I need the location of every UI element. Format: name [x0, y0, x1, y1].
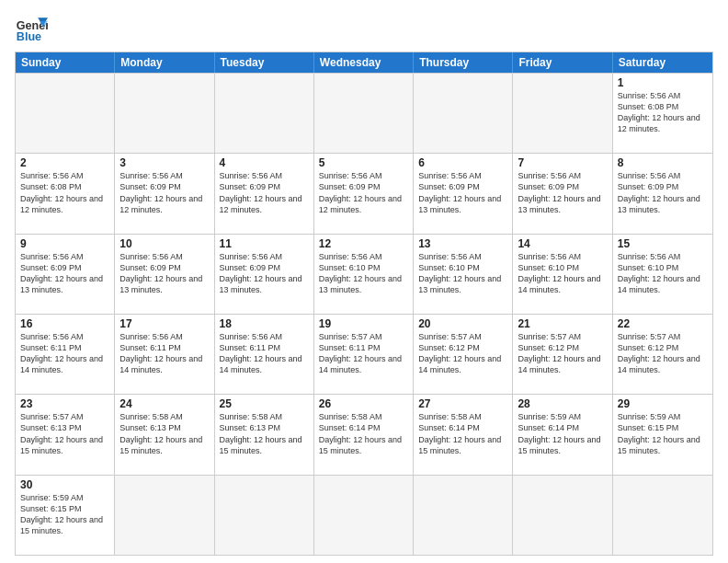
calendar-row-1: 2Sunrise: 5:56 AM Sunset: 6:08 PM Daylig… — [16, 153, 712, 233]
calendar-cell-r3c2: 18Sunrise: 5:56 AM Sunset: 6:11 PM Dayli… — [215, 315, 314, 394]
logo: General Blue — [15, 11, 48, 44]
cell-info: Sunrise: 5:58 AM Sunset: 6:14 PM Dayligh… — [418, 411, 507, 456]
day-number: 8 — [618, 156, 708, 169]
day-number: 7 — [518, 156, 607, 169]
calendar-cell-r4c0: 23Sunrise: 5:57 AM Sunset: 6:13 PM Dayli… — [16, 395, 115, 474]
weekday-header-thursday: Thursday — [414, 52, 513, 73]
calendar-cell-r5c1 — [115, 476, 214, 555]
calendar-cell-r2c2: 11Sunrise: 5:56 AM Sunset: 6:09 PM Dayli… — [215, 235, 314, 314]
calendar-cell-r1c6: 8Sunrise: 5:56 AM Sunset: 6:09 PM Daylig… — [613, 154, 712, 233]
cell-info: Sunrise: 5:56 AM Sunset: 6:09 PM Dayligh… — [220, 251, 309, 296]
calendar-cell-r4c5: 28Sunrise: 5:59 AM Sunset: 6:14 PM Dayli… — [513, 395, 612, 474]
day-number: 28 — [518, 397, 607, 410]
calendar-cell-r4c3: 26Sunrise: 5:58 AM Sunset: 6:14 PM Dayli… — [314, 395, 414, 474]
calendar-cell-r4c6: 29Sunrise: 5:59 AM Sunset: 6:15 PM Dayli… — [613, 395, 712, 474]
calendar-cell-r4c4: 27Sunrise: 5:58 AM Sunset: 6:14 PM Dayli… — [414, 395, 513, 474]
calendar-cell-r2c4: 13Sunrise: 5:56 AM Sunset: 6:10 PM Dayli… — [414, 235, 513, 314]
cell-info: Sunrise: 5:56 AM Sunset: 6:08 PM Dayligh… — [618, 90, 708, 135]
svg-text:Blue: Blue — [17, 30, 41, 43]
cell-info: Sunrise: 5:56 AM Sunset: 6:09 PM Dayligh… — [220, 170, 309, 215]
calendar-cell-r5c5 — [513, 476, 612, 555]
day-number: 23 — [20, 397, 109, 410]
cell-info: Sunrise: 5:56 AM Sunset: 6:09 PM Dayligh… — [418, 170, 507, 215]
calendar: SundayMondayTuesdayWednesdayThursdayFrid… — [15, 52, 713, 556]
calendar-cell-r2c0: 9Sunrise: 5:56 AM Sunset: 6:09 PM Daylig… — [16, 235, 115, 314]
cell-info: Sunrise: 5:57 AM Sunset: 6:11 PM Dayligh… — [319, 331, 408, 376]
calendar-cell-r3c5: 21Sunrise: 5:57 AM Sunset: 6:12 PM Dayli… — [513, 315, 612, 394]
day-number: 15 — [618, 237, 708, 250]
day-number: 30 — [20, 478, 109, 491]
calendar-cell-r1c3: 5Sunrise: 5:56 AM Sunset: 6:09 PM Daylig… — [314, 154, 414, 233]
calendar-cell-r2c5: 14Sunrise: 5:56 AM Sunset: 6:10 PM Dayli… — [513, 235, 612, 314]
day-number: 20 — [418, 317, 507, 330]
day-number: 16 — [20, 317, 109, 330]
page: General Blue SundayMondayTuesdayWednesda… — [0, 0, 728, 563]
calendar-cell-r5c3 — [314, 476, 414, 555]
day-number: 24 — [119, 397, 209, 410]
cell-info: Sunrise: 5:56 AM Sunset: 6:10 PM Dayligh… — [319, 251, 408, 296]
calendar-cell-r1c1: 3Sunrise: 5:56 AM Sunset: 6:09 PM Daylig… — [115, 154, 214, 233]
cell-info: Sunrise: 5:57 AM Sunset: 6:12 PM Dayligh… — [518, 331, 607, 376]
calendar-cell-r1c2: 4Sunrise: 5:56 AM Sunset: 6:09 PM Daylig… — [215, 154, 314, 233]
day-number: 26 — [319, 397, 408, 410]
calendar-cell-r5c2 — [215, 476, 314, 555]
calendar-cell-r0c0 — [16, 74, 115, 153]
calendar-header: SundayMondayTuesdayWednesdayThursdayFrid… — [16, 52, 712, 73]
weekday-header-tuesday: Tuesday — [215, 52, 314, 73]
calendar-cell-r4c1: 24Sunrise: 5:58 AM Sunset: 6:13 PM Dayli… — [115, 395, 214, 474]
day-number: 5 — [319, 156, 408, 169]
cell-info: Sunrise: 5:56 AM Sunset: 6:09 PM Dayligh… — [618, 170, 708, 215]
calendar-cell-r2c1: 10Sunrise: 5:56 AM Sunset: 6:09 PM Dayli… — [115, 235, 214, 314]
day-number: 4 — [220, 156, 309, 169]
calendar-cell-r0c4 — [414, 74, 513, 153]
cell-info: Sunrise: 5:58 AM Sunset: 6:13 PM Dayligh… — [119, 411, 209, 456]
cell-info: Sunrise: 5:56 AM Sunset: 6:09 PM Dayligh… — [518, 170, 607, 215]
calendar-cell-r3c4: 20Sunrise: 5:57 AM Sunset: 6:12 PM Dayli… — [414, 315, 513, 394]
weekday-header-wednesday: Wednesday — [314, 52, 414, 73]
calendar-body: 1Sunrise: 5:56 AM Sunset: 6:08 PM Daylig… — [16, 73, 712, 555]
cell-info: Sunrise: 5:56 AM Sunset: 6:09 PM Dayligh… — [319, 170, 408, 215]
day-number: 25 — [220, 397, 309, 410]
calendar-cell-r3c1: 17Sunrise: 5:56 AM Sunset: 6:11 PM Dayli… — [115, 315, 214, 394]
day-number: 11 — [220, 237, 309, 250]
calendar-cell-r1c5: 7Sunrise: 5:56 AM Sunset: 6:09 PM Daylig… — [513, 154, 612, 233]
cell-info: Sunrise: 5:56 AM Sunset: 6:11 PM Dayligh… — [220, 331, 309, 376]
day-number: 9 — [20, 237, 109, 250]
cell-info: Sunrise: 5:56 AM Sunset: 6:08 PM Dayligh… — [20, 170, 109, 215]
calendar-cell-r0c5 — [513, 74, 612, 153]
header: General Blue — [15, 11, 713, 44]
day-number: 14 — [518, 237, 607, 250]
calendar-row-3: 16Sunrise: 5:56 AM Sunset: 6:11 PM Dayli… — [16, 314, 712, 394]
day-number: 29 — [618, 397, 708, 410]
calendar-cell-r0c2 — [215, 74, 314, 153]
cell-info: Sunrise: 5:56 AM Sunset: 6:09 PM Dayligh… — [119, 251, 209, 296]
calendar-row-0: 1Sunrise: 5:56 AM Sunset: 6:08 PM Daylig… — [16, 73, 712, 153]
calendar-cell-r0c1 — [115, 74, 214, 153]
calendar-cell-r3c3: 19Sunrise: 5:57 AM Sunset: 6:11 PM Dayli… — [314, 315, 414, 394]
cell-info: Sunrise: 5:59 AM Sunset: 6:15 PM Dayligh… — [20, 492, 109, 537]
calendar-row-2: 9Sunrise: 5:56 AM Sunset: 6:09 PM Daylig… — [16, 234, 712, 314]
calendar-cell-r4c2: 25Sunrise: 5:58 AM Sunset: 6:13 PM Dayli… — [215, 395, 314, 474]
cell-info: Sunrise: 5:59 AM Sunset: 6:15 PM Dayligh… — [618, 411, 708, 456]
weekday-header-sunday: Sunday — [16, 52, 115, 73]
calendar-row-4: 23Sunrise: 5:57 AM Sunset: 6:13 PM Dayli… — [16, 394, 712, 474]
day-number: 27 — [418, 397, 507, 410]
cell-info: Sunrise: 5:57 AM Sunset: 6:12 PM Dayligh… — [418, 331, 507, 376]
cell-info: Sunrise: 5:58 AM Sunset: 6:14 PM Dayligh… — [319, 411, 408, 456]
cell-info: Sunrise: 5:56 AM Sunset: 6:11 PM Dayligh… — [20, 331, 109, 376]
cell-info: Sunrise: 5:56 AM Sunset: 6:09 PM Dayligh… — [20, 251, 109, 296]
calendar-row-5: 30Sunrise: 5:59 AM Sunset: 6:15 PM Dayli… — [16, 475, 712, 555]
cell-info: Sunrise: 5:59 AM Sunset: 6:14 PM Dayligh… — [518, 411, 607, 456]
cell-info: Sunrise: 5:56 AM Sunset: 6:09 PM Dayligh… — [119, 170, 209, 215]
day-number: 18 — [220, 317, 309, 330]
weekday-header-saturday: Saturday — [613, 52, 712, 73]
cell-info: Sunrise: 5:57 AM Sunset: 6:12 PM Dayligh… — [618, 331, 708, 376]
cell-info: Sunrise: 5:56 AM Sunset: 6:10 PM Dayligh… — [618, 251, 708, 296]
cell-info: Sunrise: 5:56 AM Sunset: 6:10 PM Dayligh… — [518, 251, 607, 296]
calendar-cell-r5c6 — [613, 476, 712, 555]
day-number: 22 — [618, 317, 708, 330]
calendar-cell-r0c3 — [314, 74, 414, 153]
day-number: 21 — [518, 317, 607, 330]
weekday-header-friday: Friday — [513, 52, 612, 73]
day-number: 17 — [119, 317, 209, 330]
